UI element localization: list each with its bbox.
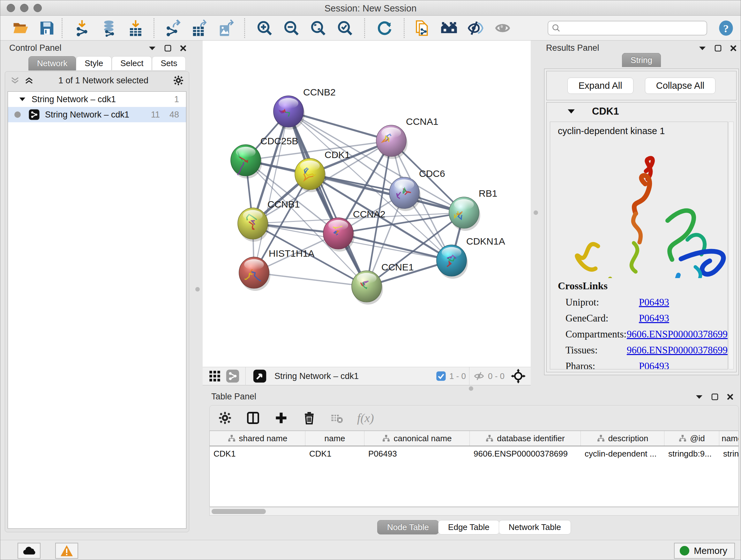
tab-string[interactable]: String [622, 53, 661, 67]
selected-checkbox-icon[interactable] [436, 371, 446, 381]
fit-content-icon[interactable] [253, 369, 267, 383]
memory-button[interactable]: Memory [674, 543, 735, 559]
network-edge[interactable] [254, 273, 367, 287]
table-cell[interactable]: stringdb [719, 446, 739, 462]
network-node-HIST1H1A[interactable]: HIST1H1A [239, 248, 314, 291]
crosslinks-title: CrossLinks [550, 278, 728, 294]
export-table-button[interactable] [191, 19, 208, 37]
network-node-RB1[interactable]: RB1 [449, 188, 497, 231]
table-row[interactable]: CDK1CDK1P064939606.ENSP00000378699cyclin… [210, 446, 738, 462]
table-settings-gear-icon[interactable] [218, 411, 232, 425]
node-table: shared namenamecanonical namedatabase id… [209, 431, 739, 507]
save-session-button[interactable] [38, 19, 56, 37]
tab-network-table[interactable]: Network Table [499, 520, 571, 535]
network-edge[interactable] [310, 174, 464, 212]
network-collection-row[interactable]: String Network – cdk1 1 [8, 91, 186, 107]
tab-sets[interactable]: Sets [152, 56, 186, 71]
close-panel-icon[interactable] [730, 45, 737, 52]
table-cell[interactable]: 9606.ENSP00000378699 [470, 446, 581, 462]
network-overview-icon[interactable] [226, 369, 240, 383]
network-node-CCNE1[interactable]: CCNE1 [352, 262, 414, 305]
tab-select[interactable]: Select [112, 56, 152, 71]
crosslink-link[interactable]: P06493 [639, 313, 669, 324]
collapse-entry-icon[interactable] [567, 109, 576, 114]
import-network-database-button[interactable] [100, 19, 118, 37]
column-header-namespace[interactable]: namespace [719, 431, 739, 446]
search-input[interactable] [561, 23, 698, 33]
float-panel-icon[interactable] [711, 393, 718, 400]
network-row[interactable]: String Network – cdk1 11 48 [8, 107, 186, 122]
import-table-button[interactable] [127, 19, 145, 37]
network-node-CCNA1[interactable]: CCNA1 [376, 116, 439, 159]
cloud-status-button[interactable] [17, 543, 41, 559]
panel-menu-icon[interactable] [698, 46, 706, 51]
float-panel-icon[interactable] [715, 45, 722, 52]
network-node-CDC25B[interactable]: CDC25B [231, 136, 298, 179]
clone-network-button[interactable] [413, 19, 431, 37]
collapse-all-button[interactable]: Collapse All [645, 78, 716, 94]
zoom-fit-button[interactable] [309, 19, 327, 37]
gear-icon[interactable] [173, 75, 184, 86]
table-cell[interactable]: CDK1 [306, 446, 364, 462]
table-cell[interactable]: stringdb:9... [664, 446, 719, 462]
birdseye-grid-icon[interactable] [208, 370, 221, 382]
import-network-file-button[interactable] [73, 19, 91, 37]
pan-crosshair-icon[interactable] [511, 369, 526, 383]
panel-menu-icon[interactable] [695, 394, 703, 399]
table-cell[interactable]: cyclin-dependent ... [581, 446, 664, 462]
export-network-button[interactable] [164, 19, 182, 37]
close-panel-icon[interactable] [180, 45, 187, 52]
refresh-button[interactable] [376, 19, 394, 37]
network-graph[interactable]: CCNB2CCNA1CDC25BCDK1CDC6RB1CCNB1CCNA2CDK… [203, 41, 531, 367]
tab-style[interactable]: Style [76, 56, 112, 71]
add-column-icon[interactable] [274, 411, 288, 425]
network-node-CCNB1[interactable]: CCNB1 [238, 199, 300, 242]
crosslink-link[interactable]: P06493 [639, 297, 669, 308]
expand-all-icon[interactable] [24, 76, 34, 84]
hide-selected-button[interactable] [467, 19, 485, 37]
column-header-canonical-name[interactable]: canonical name [364, 431, 470, 446]
crosslink-link[interactable]: 9606.ENSP00000378699 [627, 345, 728, 356]
help-button[interactable]: ? [717, 19, 735, 37]
attribute-tree-icon [485, 435, 494, 442]
expand-all-button[interactable]: Expand All [567, 78, 633, 94]
table-cell[interactable]: P06493 [364, 446, 470, 462]
network-node-CDKN1A[interactable]: CDKN1A [436, 236, 505, 279]
open-session-button[interactable] [12, 19, 30, 37]
zoom-in-button[interactable] [256, 19, 273, 37]
results-scrollbar[interactable] [729, 122, 734, 369]
float-panel-icon[interactable] [164, 45, 172, 52]
export-image-button[interactable] [217, 19, 235, 37]
column-header-name[interactable]: name [306, 431, 364, 446]
splitter-handle[interactable] [534, 210, 538, 215]
network-edge[interactable] [338, 233, 452, 260]
tab-node-table[interactable]: Node Table [377, 520, 439, 535]
tab-network[interactable]: Network [28, 56, 76, 71]
crosslink-link[interactable]: 9606.ENSP00000378699 [627, 328, 728, 340]
scrollbar-thumb[interactable] [212, 509, 266, 514]
close-panel-icon[interactable] [727, 393, 734, 400]
crosslink-link[interactable]: P06493 [639, 361, 669, 369]
first-neighbors-button[interactable] [440, 19, 458, 37]
table-horizontal-scrollbar[interactable] [209, 507, 739, 516]
zoom-selected-button[interactable] [336, 19, 354, 37]
collapse-all-icon[interactable] [10, 76, 20, 84]
warnings-button[interactable] [55, 543, 78, 559]
show-hidden-button[interactable] [494, 19, 512, 37]
show-columns-icon[interactable] [246, 411, 260, 425]
column-header-database-identifier[interactable]: database identifier [470, 431, 581, 446]
table-cell[interactable]: CDK1 [210, 446, 306, 462]
zoom-out-button[interactable] [282, 19, 300, 37]
column-header-description[interactable]: description [581, 431, 664, 446]
splitter-handle[interactable] [195, 287, 200, 292]
network-edge[interactable] [288, 111, 367, 287]
panel-menu-icon[interactable] [148, 46, 156, 51]
node-label: CCNB1 [267, 199, 300, 209]
column-header-shared-name[interactable]: shared name [210, 431, 306, 446]
tab-edge-table[interactable]: Edge Table [438, 520, 499, 535]
network-view-toolbar: String Network – cdk1 1 - 0 0 - 0 [203, 367, 531, 385]
network-canvas[interactable]: CCNB2CCNA1CDC25BCDK1CDC6RB1CCNB1CCNA2CDK… [203, 41, 531, 367]
tree-expand-icon[interactable] [19, 97, 26, 102]
delete-column-icon[interactable] [302, 411, 316, 425]
column-header--id[interactable]: @id [664, 431, 719, 446]
